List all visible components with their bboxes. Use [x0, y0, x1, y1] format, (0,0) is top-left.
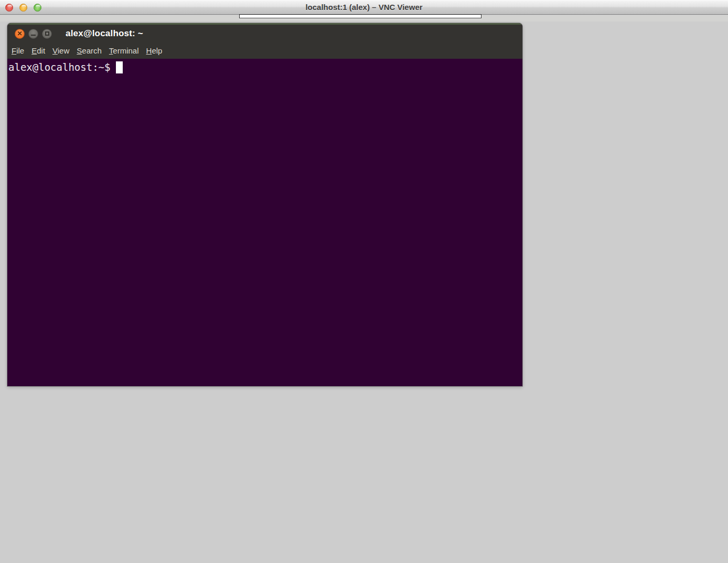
mac-zoom-icon[interactable] [34, 4, 41, 12]
terminal-maximize-icon[interactable] [42, 29, 52, 39]
window-title: localhost:1 (alex) – VNC Viewer [0, 0, 728, 15]
shell-prompt: alex@localhost:~$ [8, 61, 110, 73]
menu-search[interactable]: Search [73, 44, 105, 57]
mac-close-icon[interactable] [5, 4, 13, 12]
terminal-titlebar[interactable]: ✕ alex@localhost: ~ [7, 25, 522, 43]
prompt-line: alex@localhost:~$ [8, 60, 521, 74]
menu-file[interactable]: File [8, 44, 28, 57]
terminal-menubar: File Edit View Search Terminal Help [7, 43, 522, 59]
vnc-toolbar-tab[interactable] [239, 14, 481, 18]
vnc-viewer-window: localhost:1 (alex) – VNC Viewer ✕ ale [0, 0, 728, 563]
minimize-bar-glyph [31, 35, 36, 36]
terminal-title: alex@localhost: ~ [66, 28, 143, 39]
mac-minimize-icon[interactable] [19, 4, 27, 12]
mac-titlebar[interactable]: localhost:1 (alex) – VNC Viewer [0, 0, 728, 15]
terminal-cursor [116, 61, 123, 73]
maximize-square-glyph [45, 31, 49, 36]
traffic-lights [5, 0, 41, 15]
terminal-screen[interactable]: alex@localhost:~$ [7, 59, 522, 386]
menu-view[interactable]: View [49, 44, 73, 57]
menu-terminal[interactable]: Terminal [105, 44, 143, 57]
menu-edit[interactable]: Edit [28, 44, 49, 57]
close-x-glyph: ✕ [17, 30, 22, 37]
terminal-header: ✕ alex@localhost: ~ File Edit View Searc… [7, 25, 522, 59]
terminal-minimize-icon[interactable] [28, 29, 38, 39]
terminal-window: ✕ alex@localhost: ~ File Edit View Searc… [7, 23, 522, 386]
terminal-close-icon[interactable]: ✕ [15, 29, 25, 39]
menu-help[interactable]: Help [143, 44, 166, 57]
